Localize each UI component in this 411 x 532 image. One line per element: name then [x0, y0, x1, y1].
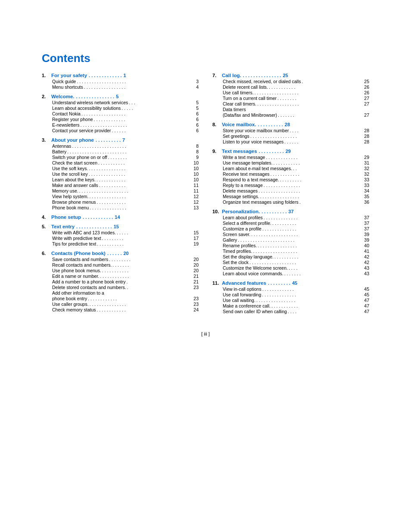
- sub-item-page: 27: [364, 112, 369, 118]
- sub-item-page: 41: [364, 249, 369, 254]
- sub-item-dots: . . . . . . . . . . . . . .: [264, 215, 363, 220]
- sub-item: Contact your service provider . . . . . …: [52, 128, 199, 133]
- section-title: Personalization.: [222, 209, 260, 214]
- sub-item: Edit a name or number. . . . . . . . . .…: [52, 274, 199, 279]
- sub-items: Save contacts and numbers . . . . . . . …: [42, 257, 199, 312]
- sub-item: Organize text messages using folders .36: [223, 199, 369, 205]
- sub-item-text: Antennas: [52, 143, 71, 149]
- sub-item-text: Turn on a current call timer: [223, 96, 277, 101]
- sub-item: Delete stored contacts and numbers. .23: [52, 285, 199, 290]
- sub-item-page: 47: [364, 303, 369, 308]
- sub-item-text: Check missed, received, or dialed calls: [223, 79, 301, 84]
- sub-item-page: 43: [364, 265, 369, 271]
- sub-item-dots: . . . . . . . . . . .: [274, 160, 364, 165]
- sub-item-page: 45: [364, 292, 369, 297]
- toc-section: 8.Voice mailbox. . . . . . . . . . .28St…: [212, 122, 369, 144]
- sub-item-text: Send own caller ID when calling: [223, 309, 287, 314]
- sub-item-text: Listen to your voice messages: [223, 139, 283, 144]
- sub-item-page: 10: [193, 166, 199, 171]
- sub-item-text: Understand wireless network services: [52, 100, 128, 105]
- right-column: 7.Call log. . . . . . . . . . . . . . . …: [212, 73, 369, 318]
- sub-item-page: 3: [196, 79, 199, 84]
- sub-item: Set the display language. . . . . . . . …: [223, 254, 369, 259]
- sub-item-page: 12: [193, 194, 199, 199]
- sub-item-dots: . . . . . . . . . . . . . . . . . . . . …: [238, 237, 363, 243]
- sub-item-page: 10: [193, 177, 199, 182]
- sub-item: Use call forwarding . . . . . . . . . . …: [223, 292, 369, 297]
- sub-item-page: 39: [364, 237, 369, 243]
- sub-item: Clear call timers. . . . . . . . . . . .…: [223, 101, 369, 106]
- section-page: 45: [292, 280, 297, 286]
- toc-columns: 1.For your safety . . . . . . . . . . . …: [42, 73, 369, 318]
- sub-item-page: 5: [196, 100, 199, 105]
- page-title: Contents: [42, 52, 369, 65]
- sub-item: Delete messages . . . . . . . . . . . . …: [223, 188, 369, 193]
- sub-item: Receive text messages . . . . . . . . . …: [223, 171, 369, 177]
- sub-item: Check memory status . . . . . . . . . . …: [52, 307, 199, 312]
- sub-item-dots: . . . . . . . . . . . .: [100, 274, 193, 279]
- sub-item-dots: . . . . . . . . . . . . . . . . . .: [81, 111, 195, 116]
- section-page: 29: [286, 149, 291, 154]
- sub-item-dots: . . . . . . . . . . . . . . . . . .: [253, 249, 363, 254]
- sub-item-text: Learn about profiles: [223, 215, 263, 220]
- sub-item-text: Receive text messages: [223, 171, 270, 177]
- sub-item-dots: . . . . . . . . . . . . .: [262, 286, 364, 292]
- sub-item-text: Data timers: [223, 107, 246, 112]
- section-header: 1.For your safety . . . . . . . . . . . …: [42, 73, 199, 78]
- sub-item-text: Contact Nokia: [52, 111, 81, 116]
- sub-item-page: 47: [364, 309, 369, 314]
- sub-item-dots: .: [302, 79, 364, 84]
- sub-item-text: Switch your phone on or off: [52, 155, 107, 160]
- sub-item-dots: . . . . . . . . . . . . . . . . . . .: [251, 232, 363, 237]
- sub-item-dots: . . . . . . . . . . . . . . . . . . .: [249, 260, 363, 265]
- toc-section: 9.Text messages . . . . . . . . . .29Wri…: [212, 149, 369, 205]
- sub-item-dots: . . . . . . . . . . . . . . .: [264, 183, 364, 188]
- sub-item-text: Customize the Welcome screen.: [223, 265, 288, 271]
- sub-item-page: 6: [196, 122, 199, 128]
- sub-item: Contact Nokia . . . . . . . . . . . . . …: [52, 111, 199, 116]
- sub-item-page: 28: [364, 134, 369, 139]
- page-footer: [ iii ]: [42, 331, 369, 336]
- sub-item-dots: . . . . . . . . . . . . . . . .: [258, 243, 363, 248]
- section-dots: . . . . . . . . . . . . .: [89, 73, 121, 78]
- sub-item-text: Respond to a text message.: [223, 177, 279, 182]
- sub-item-page: 36: [364, 199, 369, 205]
- section-dots: . . . . . . . . . . . . . .: [76, 224, 112, 229]
- sub-item-page: 5: [196, 106, 199, 111]
- sub-item-dots: . . . . .: [117, 230, 193, 235]
- sub-item-page: 10: [193, 171, 199, 177]
- sub-item-text: Browse phone menus: [52, 199, 96, 205]
- sub-item: Battery . . . . . . . . . . . . . . . . …: [52, 149, 199, 154]
- sub-item-page: 47: [364, 298, 369, 303]
- sub-item-dots: . . . .: [288, 309, 363, 314]
- sub-item-page: 23: [193, 285, 199, 290]
- sub-item-dots: . . . . . . . . .: [102, 236, 193, 241]
- sub-item-dots: . . . . . . . . . . .: [271, 303, 363, 308]
- section-title: Text messages: [222, 149, 257, 154]
- sub-item-text: Quick guide: [52, 79, 76, 84]
- section-header: 8.Voice mailbox. . . . . . . . . . .28: [212, 122, 369, 127]
- sub-item-text: View help system.: [52, 194, 88, 199]
- sub-item-text: Reply to a message: [223, 183, 263, 188]
- sub-item: View in-call options . . . . . . . . . .…: [223, 286, 369, 292]
- content-area: Contents 1.For your safety . . . . . . .…: [42, 52, 369, 336]
- sub-item-text: Add other information to a: [52, 290, 104, 296]
- section-num: 10.: [212, 209, 220, 214]
- sub-item-page: 45: [364, 286, 369, 292]
- toc-section: 4.Phone setup . . . . . . . . . . . .14: [42, 215, 199, 220]
- section-page: 20: [124, 251, 129, 256]
- section-header: 7.Call log. . . . . . . . . . . . . . . …: [212, 73, 369, 78]
- sub-item-dots: . . . . . . . . . .: [274, 254, 363, 259]
- sub-item-dots: . . . . . . .: [278, 112, 363, 118]
- sub-item-dots: . . . . . . . . . . . . . . . . . . . . …: [67, 149, 195, 154]
- sub-item-dots: . . . . . . . . . . . .: [97, 177, 193, 182]
- sub-item: Antennas . . . . . . . . . . . . . . . .…: [52, 143, 199, 149]
- sub-item-page: 23: [193, 302, 199, 307]
- section-num: 3.: [42, 137, 50, 143]
- sub-item-text: Learn about voice commands.: [223, 271, 283, 276]
- sub-item: Write a text message . . . . . . . . . .…: [223, 155, 369, 160]
- sub-item-text: Use call forwarding: [223, 292, 261, 297]
- sub-item-text: Learn about e-mail text messages.: [223, 166, 292, 171]
- sub-item-text: Delete stored contacts and numbers.: [52, 285, 126, 290]
- sub-item-page: 12: [193, 199, 199, 205]
